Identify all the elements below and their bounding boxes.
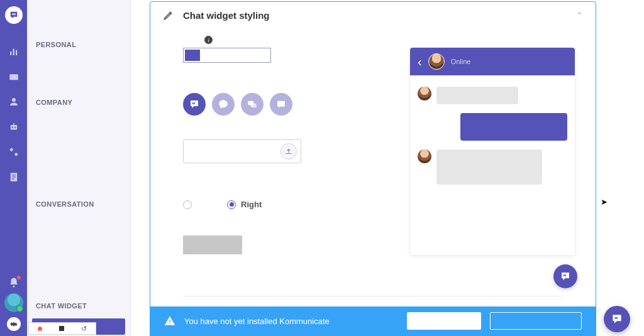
record-icon[interactable] — [38, 327, 42, 331]
app-logo[interactable] — [5, 6, 23, 24]
inbox-icon[interactable] — [8, 71, 19, 82]
mouse-cursor: ➤ — [601, 197, 608, 207]
svg-rect-3 — [10, 51, 11, 55]
incoming-message-row — [418, 87, 567, 104]
svg-point-16 — [13, 286, 14, 288]
svg-rect-24 — [615, 317, 616, 319]
svg-rect-11 — [13, 123, 14, 125]
sidebar-section-company[interactable]: COMPANY — [27, 92, 130, 112]
chat-widget-preview: ‹ Online — [409, 47, 575, 256]
docs-icon[interactable] — [8, 171, 19, 183]
position-right-radio[interactable]: Right — [227, 200, 262, 209]
warning-icon — [164, 315, 175, 327]
svg-point-10 — [14, 127, 16, 128]
sidebar-section-chat-widget[interactable]: CHAT WIDGET — [27, 296, 130, 316]
svg-rect-8 — [10, 125, 17, 130]
chat-widget-styling-card: Chat widget styling ⌃ i — [150, 1, 596, 336]
position-right-label: Right — [241, 200, 262, 209]
settings-icon[interactable] — [7, 317, 21, 331]
section-divider — [183, 296, 563, 296]
disabled-action-button — [183, 236, 242, 254]
svg-rect-0 — [12, 13, 13, 15]
sidebar-section-conversation[interactable]: CONVERSATION — [27, 194, 130, 214]
collapse-icon[interactable]: ⌃ — [576, 11, 583, 20]
analytics-icon[interactable] — [8, 46, 19, 57]
preview-header: ‹ Online — [410, 48, 575, 75]
preview-launcher-button — [553, 264, 577, 288]
message-avatar — [418, 87, 431, 100]
primary-color-input[interactable] — [183, 48, 271, 63]
message-avatar — [418, 149, 431, 163]
outgoing-message-row — [418, 113, 567, 141]
color-swatch — [185, 50, 200, 61]
svg-rect-1 — [13, 13, 14, 15]
svg-rect-15 — [12, 178, 14, 179]
svg-point-7 — [12, 98, 16, 102]
svg-rect-20 — [251, 104, 257, 108]
svg-rect-22 — [564, 274, 565, 276]
svg-rect-25 — [616, 317, 618, 319]
upload-icon — [280, 143, 297, 160]
agent-status: Online — [451, 58, 471, 65]
back-icon[interactable]: ‹ — [418, 55, 422, 69]
svg-rect-6 — [9, 74, 18, 80]
card-title: Chat widget styling — [183, 10, 270, 21]
outgoing-message-bubble — [460, 113, 567, 141]
pencil-icon — [163, 9, 174, 21]
svg-rect-23 — [565, 274, 566, 276]
banner-primary-button[interactable] — [407, 312, 481, 330]
incoming-message-row — [418, 149, 567, 185]
sidebar-section-personal[interactable]: PERSONAL — [27, 35, 130, 55]
svg-rect-21 — [277, 101, 285, 107]
svg-rect-17 — [192, 102, 194, 104]
restart-icon[interactable]: ↺ — [81, 325, 87, 333]
settings-sidebar: PERSONAL COMPANY CONVERSATION CHAT WIDGE… — [27, 0, 131, 336]
launcher-icon-option-4[interactable] — [270, 93, 292, 116]
integrations-icon[interactable] — [8, 146, 19, 158]
position-left-radio[interactable] — [183, 200, 197, 209]
current-user-avatar[interactable] — [4, 293, 23, 312]
notifications-icon[interactable] — [8, 277, 19, 288]
stop-icon[interactable] — [59, 326, 64, 331]
screen-record-controls: ↺ — [28, 322, 96, 335]
svg-rect-2 — [14, 13, 15, 15]
svg-rect-5 — [16, 50, 17, 55]
main-content: Chat widget styling ⌃ i — [131, 0, 644, 336]
info-icon[interactable]: i — [204, 36, 213, 44]
launcher-icon-option-2[interactable] — [212, 93, 235, 116]
agent-avatar — [428, 53, 445, 70]
incoming-message-bubble — [436, 87, 518, 104]
banner-message: You have not yet installed Kommunicate — [184, 317, 330, 326]
svg-point-9 — [11, 127, 13, 128]
left-nav-rail — [0, 0, 27, 336]
launcher-icon-option-1[interactable] — [183, 93, 206, 116]
users-icon[interactable] — [8, 96, 19, 107]
custom-icon-upload[interactable] — [183, 139, 301, 163]
incoming-message-bubble — [436, 149, 542, 185]
install-warning-banner: You have not yet installed Kommunicate — [150, 306, 596, 335]
svg-rect-14 — [12, 176, 16, 177]
banner-secondary-button[interactable] — [490, 312, 582, 330]
svg-rect-4 — [13, 49, 14, 56]
bot-icon[interactable] — [8, 121, 19, 133]
svg-rect-18 — [194, 102, 195, 104]
global-chat-launcher[interactable] — [604, 306, 630, 332]
launcher-icon-option-3[interactable] — [241, 93, 264, 116]
svg-rect-13 — [12, 175, 16, 175]
